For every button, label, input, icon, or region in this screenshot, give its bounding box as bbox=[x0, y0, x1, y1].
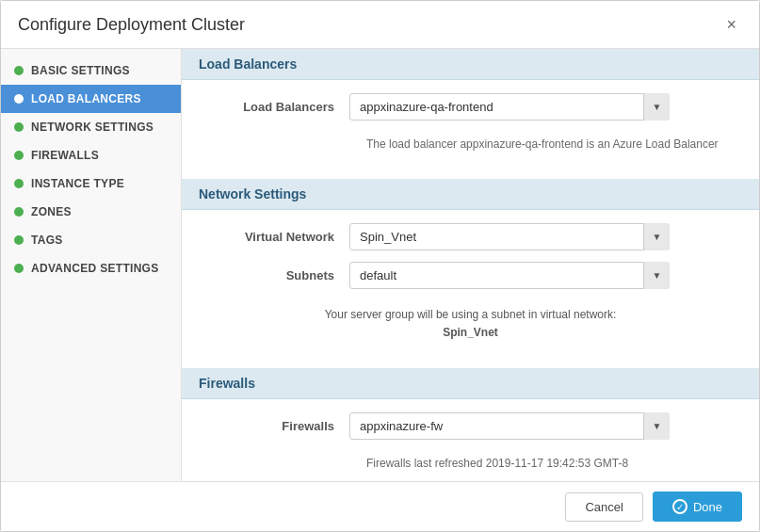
content-area: Load Balancers Load Balancers appxinazur… bbox=[182, 49, 759, 481]
firewalls-select-wrap: appxinazure-fw ▼ bbox=[349, 412, 670, 440]
load-balancers-select[interactable]: appxinazure-qa-frontend bbox=[349, 93, 670, 121]
firewalls-section: Firewalls Firewalls appxinazure-fw ▼ Fir… bbox=[182, 368, 759, 481]
load-balancers-section-body: Load Balancers appxinazure-qa-frontend ▼… bbox=[182, 80, 759, 175]
subnets-label: Subnets bbox=[199, 268, 349, 282]
sidebar-dot-firewalls bbox=[14, 151, 24, 160]
virtual-network-select-wrap: Spin_Vnet ▼ bbox=[349, 223, 670, 250]
sidebar-dot-tags bbox=[14, 235, 24, 245]
load-balancers-row: Load Balancers appxinazure-qa-frontend ▼ bbox=[199, 93, 742, 121]
sidebar-item-firewalls[interactable]: FIREWALLS bbox=[1, 141, 181, 169]
sidebar-item-zones[interactable]: ZONES bbox=[1, 198, 181, 226]
sidebar-item-advanced-settings[interactable]: ADVANCED SETTINGS bbox=[1, 254, 181, 282]
sidebar-label-network-settings: NETWORK SETTINGS bbox=[31, 121, 154, 134]
modal-header: Configure Deployment Cluster × bbox=[1, 1, 759, 49]
load-balancers-note: The load balancer appxinazure-qa-fronten… bbox=[199, 132, 742, 162]
sidebar-label-zones: ZONES bbox=[31, 205, 72, 218]
firewalls-select[interactable]: appxinazure-fw bbox=[349, 412, 670, 440]
subnets-select[interactable]: default bbox=[349, 262, 670, 289]
network-settings-note: Your server group will be using a subnet… bbox=[199, 300, 742, 351]
sidebar-label-advanced-settings: ADVANCED SETTINGS bbox=[31, 262, 159, 275]
virtual-network-row: Virtual Network Spin_Vnet ▼ bbox=[199, 223, 742, 250]
load-balancers-section: Load Balancers Load Balancers appxinazur… bbox=[182, 49, 759, 175]
sidebar-item-tags[interactable]: TAGS bbox=[1, 226, 181, 254]
sidebar-dot-basic-settings bbox=[14, 66, 24, 75]
sidebar-label-basic-settings: BASIC SETTINGS bbox=[31, 64, 130, 77]
close-button[interactable]: × bbox=[720, 14, 742, 35]
virtual-network-select[interactable]: Spin_Vnet bbox=[349, 223, 670, 250]
sidebar-item-network-settings[interactable]: NETWORK SETTINGS bbox=[1, 113, 181, 141]
sidebar-dot-instance-type bbox=[14, 179, 24, 188]
firewalls-section-header: Firewalls bbox=[182, 368, 759, 399]
done-check-icon: ✓ bbox=[672, 499, 687, 514]
network-settings-section-header: Network Settings bbox=[182, 179, 759, 210]
modal-body: BASIC SETTINGSLOAD BALANCERSNETWORK SETT… bbox=[1, 49, 759, 481]
network-settings-section: Network Settings Virtual Network Spin_Vn… bbox=[182, 179, 759, 364]
sidebar-label-instance-type: INSTANCE TYPE bbox=[31, 177, 124, 190]
done-label: Done bbox=[693, 500, 722, 514]
subnets-select-wrap: default ▼ bbox=[349, 262, 670, 289]
modal: Configure Deployment Cluster × BASIC SET… bbox=[0, 0, 760, 532]
firewalls-label: Firewalls bbox=[199, 419, 349, 433]
sidebar-dot-network-settings bbox=[14, 122, 24, 132]
sidebar-dot-load-balancers bbox=[14, 94, 24, 104]
sidebar-item-load-balancers[interactable]: LOAD BALANCERS bbox=[1, 85, 181, 113]
virtual-network-label: Virtual Network bbox=[199, 230, 349, 244]
subnets-row: Subnets default ▼ bbox=[199, 262, 742, 289]
modal-footer: Cancel ✓ Done bbox=[1, 481, 759, 531]
load-balancers-select-wrap: appxinazure-qa-frontend ▼ bbox=[349, 93, 670, 121]
sidebar-label-tags: TAGS bbox=[31, 234, 63, 247]
network-settings-section-body: Virtual Network Spin_Vnet ▼ Subnets bbox=[182, 210, 759, 364]
sidebar-dot-advanced-settings bbox=[14, 264, 24, 273]
cancel-button[interactable]: Cancel bbox=[565, 492, 642, 522]
sidebar-item-instance-type[interactable]: INSTANCE TYPE bbox=[1, 169, 181, 198]
sidebar: BASIC SETTINGSLOAD BALANCERSNETWORK SETT… bbox=[1, 49, 182, 481]
done-button[interactable]: ✓ Done bbox=[653, 492, 742, 522]
firewalls-row: Firewalls appxinazure-fw ▼ bbox=[199, 412, 742, 440]
sidebar-item-basic-settings[interactable]: BASIC SETTINGS bbox=[1, 56, 181, 85]
load-balancers-section-header: Load Balancers bbox=[182, 49, 759, 80]
sidebar-label-firewalls: FIREWALLS bbox=[31, 149, 99, 162]
sidebar-dot-zones bbox=[14, 207, 24, 217]
modal-title: Configure Deployment Cluster bbox=[18, 15, 245, 35]
firewalls-note: Firewalls last refreshed 2019-11-17 19:4… bbox=[199, 451, 742, 481]
load-balancers-label: Load Balancers bbox=[199, 100, 349, 114]
sidebar-label-load-balancers: LOAD BALANCERS bbox=[31, 92, 141, 105]
firewalls-section-body: Firewalls appxinazure-fw ▼ Firewalls las… bbox=[182, 399, 759, 481]
